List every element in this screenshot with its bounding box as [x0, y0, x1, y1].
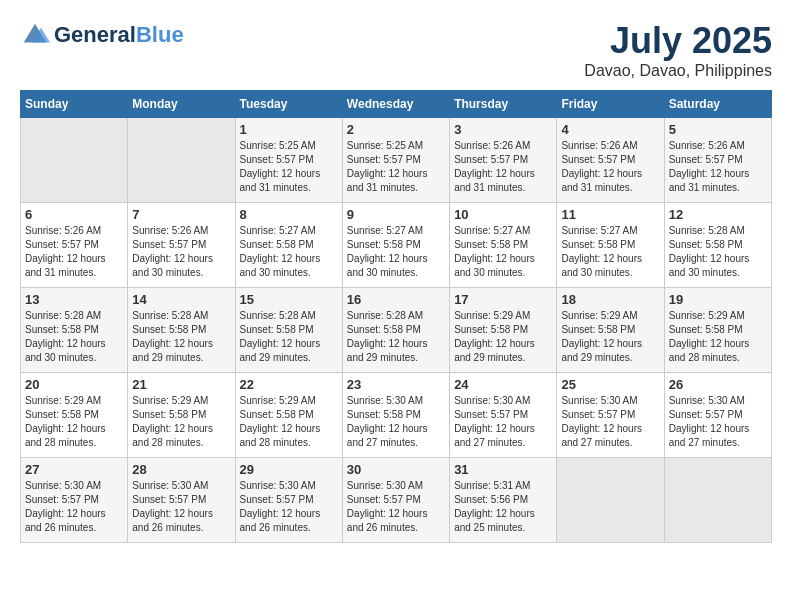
day-number: 3: [454, 122, 552, 137]
table-cell: 10Sunrise: 5:27 AMSunset: 5:58 PMDayligh…: [450, 203, 557, 288]
week-row-3: 13Sunrise: 5:28 AMSunset: 5:58 PMDayligh…: [21, 288, 772, 373]
table-cell: 15Sunrise: 5:28 AMSunset: 5:58 PMDayligh…: [235, 288, 342, 373]
day-info: Sunrise: 5:28 AMSunset: 5:58 PMDaylight:…: [132, 309, 230, 365]
table-cell: 2Sunrise: 5:25 AMSunset: 5:57 PMDaylight…: [342, 118, 449, 203]
day-number: 26: [669, 377, 767, 392]
day-info: Sunrise: 5:29 AMSunset: 5:58 PMDaylight:…: [132, 394, 230, 450]
day-info: Sunrise: 5:27 AMSunset: 5:58 PMDaylight:…: [347, 224, 445, 280]
table-cell: 26Sunrise: 5:30 AMSunset: 5:57 PMDayligh…: [664, 373, 771, 458]
day-number: 13: [25, 292, 123, 307]
table-cell: [21, 118, 128, 203]
logo-text: GeneralBlue: [54, 23, 184, 47]
day-number: 15: [240, 292, 338, 307]
table-cell: 22Sunrise: 5:29 AMSunset: 5:58 PMDayligh…: [235, 373, 342, 458]
day-number: 29: [240, 462, 338, 477]
day-number: 9: [347, 207, 445, 222]
day-info: Sunrise: 5:25 AMSunset: 5:57 PMDaylight:…: [240, 139, 338, 195]
table-cell: 29Sunrise: 5:30 AMSunset: 5:57 PMDayligh…: [235, 458, 342, 543]
table-cell: 7Sunrise: 5:26 AMSunset: 5:57 PMDaylight…: [128, 203, 235, 288]
table-cell: 3Sunrise: 5:26 AMSunset: 5:57 PMDaylight…: [450, 118, 557, 203]
table-cell: 13Sunrise: 5:28 AMSunset: 5:58 PMDayligh…: [21, 288, 128, 373]
day-info: Sunrise: 5:30 AMSunset: 5:57 PMDaylight:…: [347, 479, 445, 535]
day-info: Sunrise: 5:28 AMSunset: 5:58 PMDaylight:…: [240, 309, 338, 365]
day-number: 8: [240, 207, 338, 222]
table-cell: 19Sunrise: 5:29 AMSunset: 5:58 PMDayligh…: [664, 288, 771, 373]
day-number: 27: [25, 462, 123, 477]
day-number: 30: [347, 462, 445, 477]
day-info: Sunrise: 5:26 AMSunset: 5:57 PMDaylight:…: [132, 224, 230, 280]
logo: GeneralBlue: [20, 20, 184, 50]
table-cell: 4Sunrise: 5:26 AMSunset: 5:57 PMDaylight…: [557, 118, 664, 203]
table-cell: 9Sunrise: 5:27 AMSunset: 5:58 PMDaylight…: [342, 203, 449, 288]
day-info: Sunrise: 5:30 AMSunset: 5:57 PMDaylight:…: [132, 479, 230, 535]
day-info: Sunrise: 5:26 AMSunset: 5:57 PMDaylight:…: [454, 139, 552, 195]
day-info: Sunrise: 5:27 AMSunset: 5:58 PMDaylight:…: [240, 224, 338, 280]
day-number: 31: [454, 462, 552, 477]
day-info: Sunrise: 5:25 AMSunset: 5:57 PMDaylight:…: [347, 139, 445, 195]
day-number: 4: [561, 122, 659, 137]
page-header: GeneralBlue July 2025 Davao, Davao, Phil…: [20, 20, 772, 80]
table-cell: 8Sunrise: 5:27 AMSunset: 5:58 PMDaylight…: [235, 203, 342, 288]
day-number: 12: [669, 207, 767, 222]
day-number: 22: [240, 377, 338, 392]
table-cell: 30Sunrise: 5:30 AMSunset: 5:57 PMDayligh…: [342, 458, 449, 543]
week-row-4: 20Sunrise: 5:29 AMSunset: 5:58 PMDayligh…: [21, 373, 772, 458]
calendar-table: Sunday Monday Tuesday Wednesday Thursday…: [20, 90, 772, 543]
day-number: 25: [561, 377, 659, 392]
col-thursday: Thursday: [450, 91, 557, 118]
table-cell: 5Sunrise: 5:26 AMSunset: 5:57 PMDaylight…: [664, 118, 771, 203]
table-cell: 25Sunrise: 5:30 AMSunset: 5:57 PMDayligh…: [557, 373, 664, 458]
day-info: Sunrise: 5:30 AMSunset: 5:57 PMDaylight:…: [454, 394, 552, 450]
day-number: 11: [561, 207, 659, 222]
col-monday: Monday: [128, 91, 235, 118]
table-cell: 20Sunrise: 5:29 AMSunset: 5:58 PMDayligh…: [21, 373, 128, 458]
table-cell: 6Sunrise: 5:26 AMSunset: 5:57 PMDaylight…: [21, 203, 128, 288]
day-info: Sunrise: 5:30 AMSunset: 5:57 PMDaylight:…: [669, 394, 767, 450]
day-number: 7: [132, 207, 230, 222]
table-cell: 14Sunrise: 5:28 AMSunset: 5:58 PMDayligh…: [128, 288, 235, 373]
table-cell: 17Sunrise: 5:29 AMSunset: 5:58 PMDayligh…: [450, 288, 557, 373]
table-cell: 28Sunrise: 5:30 AMSunset: 5:57 PMDayligh…: [128, 458, 235, 543]
day-info: Sunrise: 5:30 AMSunset: 5:57 PMDaylight:…: [240, 479, 338, 535]
table-cell: 24Sunrise: 5:30 AMSunset: 5:57 PMDayligh…: [450, 373, 557, 458]
day-number: 10: [454, 207, 552, 222]
day-info: Sunrise: 5:29 AMSunset: 5:58 PMDaylight:…: [25, 394, 123, 450]
day-number: 17: [454, 292, 552, 307]
table-cell: 23Sunrise: 5:30 AMSunset: 5:58 PMDayligh…: [342, 373, 449, 458]
day-info: Sunrise: 5:29 AMSunset: 5:58 PMDaylight:…: [561, 309, 659, 365]
day-number: 18: [561, 292, 659, 307]
day-info: Sunrise: 5:26 AMSunset: 5:57 PMDaylight:…: [669, 139, 767, 195]
day-info: Sunrise: 5:30 AMSunset: 5:58 PMDaylight:…: [347, 394, 445, 450]
col-saturday: Saturday: [664, 91, 771, 118]
col-friday: Friday: [557, 91, 664, 118]
table-cell: 31Sunrise: 5:31 AMSunset: 5:56 PMDayligh…: [450, 458, 557, 543]
day-info: Sunrise: 5:30 AMSunset: 5:57 PMDaylight:…: [25, 479, 123, 535]
col-tuesday: Tuesday: [235, 91, 342, 118]
week-row-1: 1Sunrise: 5:25 AMSunset: 5:57 PMDaylight…: [21, 118, 772, 203]
day-info: Sunrise: 5:28 AMSunset: 5:58 PMDaylight:…: [669, 224, 767, 280]
day-info: Sunrise: 5:29 AMSunset: 5:58 PMDaylight:…: [669, 309, 767, 365]
day-number: 24: [454, 377, 552, 392]
day-info: Sunrise: 5:28 AMSunset: 5:58 PMDaylight:…: [347, 309, 445, 365]
day-number: 23: [347, 377, 445, 392]
table-cell: [664, 458, 771, 543]
day-number: 19: [669, 292, 767, 307]
week-row-5: 27Sunrise: 5:30 AMSunset: 5:57 PMDayligh…: [21, 458, 772, 543]
table-cell: 12Sunrise: 5:28 AMSunset: 5:58 PMDayligh…: [664, 203, 771, 288]
logo-icon: [20, 20, 50, 50]
day-number: 28: [132, 462, 230, 477]
table-cell: [557, 458, 664, 543]
col-wednesday: Wednesday: [342, 91, 449, 118]
day-info: Sunrise: 5:29 AMSunset: 5:58 PMDaylight:…: [454, 309, 552, 365]
day-info: Sunrise: 5:30 AMSunset: 5:57 PMDaylight:…: [561, 394, 659, 450]
day-info: Sunrise: 5:26 AMSunset: 5:57 PMDaylight:…: [561, 139, 659, 195]
table-cell: 11Sunrise: 5:27 AMSunset: 5:58 PMDayligh…: [557, 203, 664, 288]
day-info: Sunrise: 5:28 AMSunset: 5:58 PMDaylight:…: [25, 309, 123, 365]
day-number: 1: [240, 122, 338, 137]
day-info: Sunrise: 5:29 AMSunset: 5:58 PMDaylight:…: [240, 394, 338, 450]
title-section: July 2025 Davao, Davao, Philippines: [584, 20, 772, 80]
day-number: 6: [25, 207, 123, 222]
table-cell: 21Sunrise: 5:29 AMSunset: 5:58 PMDayligh…: [128, 373, 235, 458]
day-number: 14: [132, 292, 230, 307]
day-info: Sunrise: 5:26 AMSunset: 5:57 PMDaylight:…: [25, 224, 123, 280]
